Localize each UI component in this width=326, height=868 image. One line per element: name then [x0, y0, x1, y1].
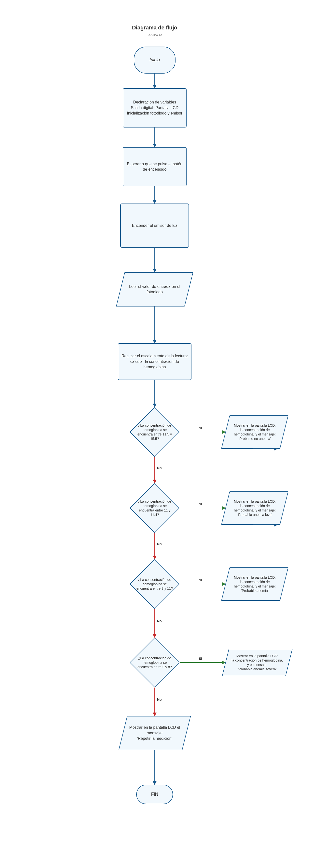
diagram-subtitle: EQUIPO 12	[147, 33, 162, 37]
decision-1-yes-label: Sí	[199, 426, 202, 430]
read-photodiode-io: Leer el valor de entrada en el fotodiodo	[120, 272, 189, 307]
decision-hemoglobin-11-11-4: ¿La concentración de hemoglobina se encu…	[130, 483, 180, 533]
read-photodiode-label: Leer el valor de entrada en el fotodiodo	[120, 272, 189, 307]
decision-2-label: ¿La concentración de hemoglobina se encu…	[130, 483, 180, 533]
decision-4-yes-label: Sí	[199, 657, 202, 660]
scale-reading-process: Realizar el escalamiento de la lectura: …	[118, 343, 191, 380]
title-block: Diagrama de flujo EQUIPO 12	[118, 25, 191, 37]
start-label: Inicio	[150, 57, 160, 63]
decision-3-no-label: No	[157, 619, 162, 623]
decision-4-no-label: No	[157, 698, 162, 702]
decision-3-yes-label: Sí	[199, 578, 202, 582]
end-terminator: FIN	[136, 785, 173, 804]
decision-2-no-label: No	[157, 542, 162, 546]
output-severe-anemia-label: Mostrar en la pantalla LCD: la concentra…	[225, 649, 289, 676]
decision-1-no-label: No	[157, 466, 162, 470]
decision-hemoglobin-0-8: ¿La concentración de hemoglobina se encu…	[130, 638, 180, 687]
output-severe-anemia-io: Mostrar en la pantalla LCD: la concentra…	[225, 649, 289, 676]
wait-button-process: Esperar a que se pulse el botón de encen…	[123, 147, 187, 186]
output-no-anemia-io: Mostrar en la pantalla LCD: la concentra…	[225, 415, 284, 449]
scale-reading-label: Realizar el escalamiento de la lectura: …	[121, 353, 188, 370]
end-label: FIN	[151, 791, 158, 797]
start-terminator: Inicio	[134, 46, 175, 73]
output-repeat-label: Mostrar en la pantalla LCD el mensaje: '…	[123, 716, 187, 750]
wait-button-label: Esperar a que se pulse el botón de encen…	[126, 161, 183, 173]
turn-on-emitter-process: Encender el emisor de luz	[120, 204, 189, 248]
output-anemia-label: Mostrar en la pantalla LCD: la concentra…	[225, 567, 284, 601]
diagram-title: Diagrama de flujo	[132, 25, 178, 32]
decision-3-label: ¿La concentración de hemoglobina se encu…	[130, 559, 180, 609]
output-anemia-io: Mostrar en la pantalla LCD: la concentra…	[225, 567, 284, 601]
decision-hemoglobin-8-11: ¿La concentración de hemoglobina se encu…	[130, 559, 180, 609]
decision-1-label: ¿La concentración de hemoglobina se encu…	[130, 407, 180, 457]
decision-4-label: ¿La concentración de hemoglobina se encu…	[130, 638, 180, 687]
output-mild-anemia-label: Mostrar en la pantalla LCD: la concentra…	[225, 491, 284, 525]
flowchart-canvas: Diagrama de flujo EQUIPO 12	[0, 0, 326, 868]
turn-on-emitter-label: Encender el emisor de luz	[132, 223, 178, 228]
output-mild-anemia-io: Mostrar en la pantalla LCD: la concentra…	[225, 491, 284, 525]
output-repeat-io: Mostrar en la pantalla LCD el mensaje: '…	[123, 716, 187, 750]
declare-variables-label: Declaración de variables Salida digital:…	[127, 99, 182, 116]
decision-hemoglobin-11-5-15-5: ¿La concentración de hemoglobina se encu…	[130, 407, 180, 457]
output-no-anemia-label: Mostrar en la pantalla LCD: la concentra…	[225, 415, 284, 449]
declare-variables-process: Declaración de variables Salida digital:…	[123, 88, 187, 127]
decision-2-yes-label: Sí	[199, 502, 202, 506]
